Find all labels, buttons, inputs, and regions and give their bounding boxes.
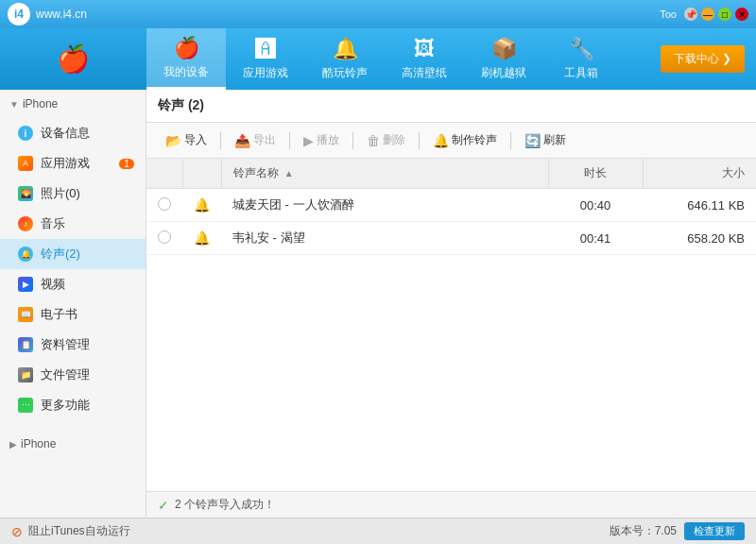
sidebar-item-video[interactable]: ▶ 视频 [0, 269, 146, 299]
nav-tab-jailbreak[interactable]: 📦 刷机越狱 [464, 28, 543, 90]
sidebar-item-more[interactable]: ⋯ 更多功能 [0, 390, 146, 420]
download-center-button[interactable]: 下载中心 ❯ [661, 45, 745, 73]
th-size: 大小 [643, 159, 756, 189]
arrow-icon: ▼ [9, 99, 19, 110]
version-area: 版本号：7.05 检查更新 [610, 522, 745, 540]
bell-icon: 🔔 [194, 230, 210, 246]
maximize-button[interactable]: □ [718, 8, 731, 21]
sidebar-item-file-mgr[interactable]: 📁 文件管理 [0, 360, 146, 390]
app-icon: A [17, 155, 34, 172]
apps-badge: 1 [119, 159, 134, 169]
th-check [146, 159, 182, 189]
toolbar-sep-2 [289, 132, 290, 149]
row2-duration: 00:41 [548, 222, 643, 255]
play-label: 播放 [317, 132, 339, 148]
checkbox-icon [158, 197, 171, 211]
wallpaper-label: 高清壁纸 [402, 65, 447, 81]
app-logo: i4 [8, 3, 30, 26]
import-icon: 📂 [165, 133, 181, 148]
my-device-label: 我的设备 [163, 64, 209, 80]
delete-icon: 🗑 [367, 133, 380, 148]
itunes-label: 阻止iTunes自动运行 [28, 523, 130, 539]
checkbox-icon [158, 230, 171, 244]
ringtones-label: 酷玩铃声 [322, 65, 368, 81]
make-ring-button[interactable]: 🔔 制作铃声 [425, 128, 505, 152]
main-area: ▼ iPhone i 设备信息 A 应用游戏 1 🌄 照片(0) ♪ [0, 90, 756, 518]
ring-icon: 🔔 [17, 246, 34, 263]
import-button[interactable]: 📂 导入 [158, 128, 215, 152]
data-icon: 📋 [17, 336, 34, 353]
nav-tab-toolbox[interactable]: 🔧 工具箱 [543, 28, 619, 90]
status-bar: ✓ 2 个铃声导入成功！ [146, 491, 756, 518]
sidebar-item-apps[interactable]: A 应用游戏 1 [0, 148, 146, 178]
nav-tab-ringtones[interactable]: 🔔 酷玩铃声 [305, 28, 385, 90]
row2-check[interactable] [146, 222, 182, 255]
toolbar-sep-5 [510, 132, 511, 149]
sidebar-label-apps: 应用游戏 [41, 155, 112, 172]
sidebar-label-photos: 照片(0) [41, 185, 134, 202]
refresh-icon: 🔄 [524, 133, 541, 148]
sidebar-label-ringtones: 铃声(2) [41, 246, 134, 263]
sidebar-item-photos[interactable]: 🌄 照片(0) [0, 178, 146, 209]
sidebar-item-device-info[interactable]: i 设备信息 [0, 118, 146, 148]
stop-icon: ⊘ [11, 524, 23, 539]
th-duration: 时长 [548, 159, 643, 189]
nav-tab-my-device[interactable]: 🍎 我的设备 [146, 28, 226, 90]
nav-bar: 🍎 🍎 我的设备 🅰 应用游戏 🔔 酷玩铃声 🖼 高清壁纸 📦 刷机越狱 🔧 工… [0, 28, 756, 90]
toolbar-sep-3 [352, 132, 353, 149]
import-label: 导入 [184, 132, 207, 148]
sidebar-label-music: 音乐 [41, 215, 134, 232]
sidebar: ▼ iPhone i 设备信息 A 应用游戏 1 🌄 照片(0) ♪ [0, 90, 146, 518]
th-name[interactable]: 铃声名称 ▲ [221, 159, 548, 189]
sidebar-section-iphone-1[interactable]: ▼ iPhone [0, 90, 146, 118]
sidebar-section-iphone-2[interactable]: ▶ iPhone [0, 430, 146, 458]
photo-icon: 🌄 [17, 185, 34, 202]
play-button[interactable]: ▶ 播放 [296, 128, 347, 152]
export-icon: 📤 [234, 133, 250, 148]
itunes-toggle[interactable]: ⊘ 阻止iTunes自动运行 [11, 523, 130, 539]
sidebar-label-file-mgr: 文件管理 [41, 366, 134, 383]
table-row[interactable]: 🔔 韦礼安 - 渴望 00:41 658.20 KB [146, 222, 756, 255]
my-device-icon: 🍎 [174, 36, 199, 60]
toolbar-sep-1 [220, 132, 221, 149]
export-button[interactable]: 📤 导出 [227, 128, 284, 152]
content-area: 铃声 (2) 📂 导入 📤 导出 ▶ 播放 🗑 删除 [146, 90, 756, 518]
row1-check[interactable] [146, 189, 182, 222]
bottom-bar: ⊘ 阻止iTunes自动运行 版本号：7.05 检查更新 [0, 518, 756, 544]
sidebar-item-music[interactable]: ♪ 音乐 [0, 209, 146, 239]
delete-button[interactable]: 🗑 删除 [359, 128, 413, 152]
sidebar-item-data-mgr[interactable]: 📋 资料管理 [0, 330, 146, 360]
sidebar-label-video: 视频 [41, 276, 134, 293]
update-button[interactable]: 检查更新 [684, 522, 745, 540]
toolbox-label: 工具箱 [564, 65, 598, 81]
more-icon: ⋯ [17, 397, 34, 414]
nav-logo: 🍎 [0, 28, 146, 90]
title-bar-controls: Too 📌 — □ ✕ [660, 8, 748, 21]
minimize-button[interactable]: — [701, 8, 714, 21]
nav-tab-apps-games[interactable]: 🅰 应用游戏 [226, 28, 305, 90]
jailbreak-label: 刷机越狱 [481, 65, 526, 81]
toolbox-icon: 🔧 [569, 37, 594, 61]
table-container: 铃声名称 ▲ 时长 大小 🔔 城麦天团 - 一人饮酒醉 00:40 646.11… [146, 159, 756, 491]
sidebar-item-ringtones[interactable]: 🔔 铃声(2) [0, 239, 146, 269]
sidebar-item-ebook[interactable]: 📖 电子书 [0, 299, 146, 330]
row1-size: 646.11 KB [643, 189, 756, 222]
sort-arrow: ▲ [284, 168, 294, 178]
sidebar-label-data-mgr: 资料管理 [41, 336, 134, 353]
refresh-button[interactable]: 🔄 刷新 [517, 128, 574, 152]
wallpaper-icon: 🖼 [414, 37, 435, 61]
bell-icon: 🔔 [194, 197, 210, 212]
table-row[interactable]: 🔔 城麦天团 - 一人饮酒醉 00:40 646.11 KB [146, 189, 756, 222]
book-icon: 📖 [17, 306, 34, 323]
ringtones-icon: 🔔 [333, 37, 358, 61]
nav-right: 下载中心 ❯ [661, 28, 756, 90]
row1-name: 城麦天团 - 一人饮酒醉 [221, 189, 548, 222]
title-label: Too [660, 8, 677, 20]
close-button[interactable]: ✕ [735, 8, 748, 21]
nav-tab-wallpaper[interactable]: 🖼 高清壁纸 [385, 28, 464, 90]
pin-button[interactable]: 📌 [684, 8, 697, 21]
make-ring-label: 制作铃声 [452, 132, 497, 148]
jailbreak-icon: 📦 [491, 37, 517, 61]
make-ring-icon: 🔔 [433, 133, 449, 148]
version-label: 版本号：7.05 [610, 523, 677, 539]
